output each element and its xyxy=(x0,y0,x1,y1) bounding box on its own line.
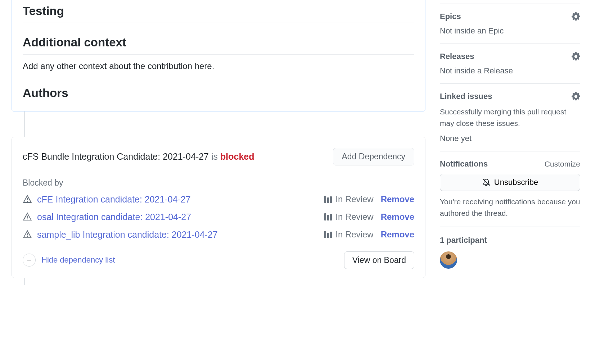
dependency-remove-button[interactable]: Remove xyxy=(381,194,414,204)
dependency-status: In Review xyxy=(324,194,373,204)
warning-icon xyxy=(23,212,32,222)
sidebar-releases-value: Not inside a Release xyxy=(440,66,580,76)
timeline-connector xyxy=(24,278,425,285)
dependency-is-text: is xyxy=(209,151,220,161)
notifications-reason: You're receiving notifications because y… xyxy=(440,196,580,219)
warning-icon xyxy=(23,195,32,204)
dependency-title-name: cFS Bundle Integration Candidate: 2021-0… xyxy=(23,151,209,161)
dependency-status: In Review xyxy=(324,212,373,222)
kanban-icon xyxy=(324,213,332,220)
kanban-icon xyxy=(324,231,332,238)
sidebar-linked-issues-section: Linked issues Successfully merging this … xyxy=(440,84,580,151)
svg-point-1 xyxy=(27,201,28,202)
gear-icon[interactable] xyxy=(572,52,580,61)
heading-authors: Authors xyxy=(23,80,414,100)
dependency-panel: cFS Bundle Integration Candidate: 2021-0… xyxy=(12,137,425,278)
view-on-board-button[interactable]: View on Board xyxy=(344,251,414,269)
dependency-link[interactable]: cFE Integration candidate: 2021-04-27 xyxy=(37,194,191,205)
add-dependency-button[interactable]: Add Dependency xyxy=(333,148,414,165)
blocked-by-label: Blocked by xyxy=(23,178,414,188)
timeline-connector xyxy=(24,112,425,137)
heading-testing: Testing xyxy=(23,0,414,23)
sidebar-epics-title: Epics xyxy=(440,12,461,21)
dependency-link[interactable]: osal Integration candidate: 2021-04-27 xyxy=(37,212,191,222)
gear-icon[interactable] xyxy=(572,92,580,101)
gear-icon[interactable] xyxy=(572,12,580,21)
unsubscribe-label: Unsubscribe xyxy=(494,178,538,187)
sidebar-linked-issues-title: Linked issues xyxy=(440,92,492,101)
sidebar-notifications-section: Notifications Customize Unsubscribe You'… xyxy=(440,151,580,227)
heading-additional-context: Additional context xyxy=(23,29,414,54)
sidebar: Epics Not inside an Epic Releases Not in… xyxy=(436,0,580,364)
additional-context-text: Add any other context about the contribu… xyxy=(23,61,414,71)
dependency-row: osal Integration candidate: 2021-04-27 I… xyxy=(23,212,414,222)
unsubscribe-button[interactable]: Unsubscribe xyxy=(440,174,580,191)
sidebar-releases-section: Releases Not inside a Release xyxy=(440,44,580,84)
dependency-remove-button[interactable]: Remove xyxy=(381,212,414,222)
svg-point-5 xyxy=(27,236,28,237)
sidebar-notifications-title: Notifications xyxy=(440,159,488,169)
sidebar-linked-issues-subtext: Successfully merging this pull request m… xyxy=(440,106,580,129)
participants-title: 1 participant xyxy=(440,236,580,245)
hide-dependency-list-link[interactable]: Hide dependency list xyxy=(41,255,115,265)
kanban-icon xyxy=(324,196,332,203)
dependency-title: cFS Bundle Integration Candidate: 2021-0… xyxy=(23,151,254,162)
sidebar-epics-section: Epics Not inside an Epic xyxy=(440,4,580,44)
svg-point-3 xyxy=(27,219,28,220)
dependency-remove-button[interactable]: Remove xyxy=(381,229,414,240)
sidebar-epics-value: Not inside an Epic xyxy=(440,26,580,36)
issue-body-box: Testing Additional context Add any other… xyxy=(12,0,425,112)
warning-icon xyxy=(23,230,32,239)
dependency-status: In Review xyxy=(324,229,373,240)
sidebar-linked-issues-value: None yet xyxy=(440,134,580,143)
participant-avatar[interactable] xyxy=(440,251,457,269)
dependency-blocked-status: blocked xyxy=(220,151,254,161)
dependency-row: cFE Integration candidate: 2021-04-27 In… xyxy=(23,194,414,205)
bell-slash-icon xyxy=(482,178,491,187)
customize-link[interactable]: Customize xyxy=(545,160,580,168)
collapse-icon-button[interactable]: − xyxy=(23,254,36,267)
dependency-row: sample_lib Integration candidate: 2021-0… xyxy=(23,229,414,240)
dependency-link[interactable]: sample_lib Integration candidate: 2021-0… xyxy=(37,229,218,240)
sidebar-releases-title: Releases xyxy=(440,52,474,61)
